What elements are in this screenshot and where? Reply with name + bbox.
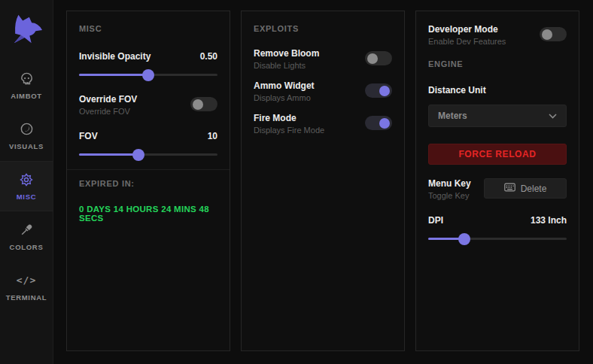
misc-section-header: MISC <box>79 24 217 33</box>
fov-row: FOV 10 <box>79 131 217 141</box>
exploits-panel: EXPLOITS Remove Bloom Disable Lights Amm… <box>241 11 405 351</box>
sidebar-item-aimbot[interactable]: AIMBOT <box>0 60 53 111</box>
toggle-knob <box>542 29 552 40</box>
eyedropper-icon <box>19 223 34 238</box>
invisible-opacity-slider[interactable] <box>79 74 217 76</box>
dpi-slider[interactable] <box>428 238 567 240</box>
fire-mode-label: Fire Mode <box>254 113 324 123</box>
main-content: MISC Invisible Opacity 0.50 Override FOV… <box>53 0 593 364</box>
developer-mode-sublabel: Enable Dev Features <box>428 37 506 46</box>
code-icon: </> <box>19 273 34 288</box>
fire-mode-row: Fire Mode Displays Fire Mode <box>254 113 392 135</box>
invisible-opacity-value: 0.50 <box>200 51 217 62</box>
gear-icon <box>19 172 34 187</box>
slider-fill <box>79 74 148 76</box>
override-fov-label: Override FOV <box>79 94 137 105</box>
ammo-widget-toggle[interactable] <box>365 83 392 98</box>
toggle-knob <box>193 99 203 110</box>
sidebar-item-label: VISUALS <box>9 142 44 150</box>
menu-key-row: Menu Key Toggle Key Delete <box>428 178 567 200</box>
sidebar-item-label: MISC <box>17 193 37 201</box>
expired-header: EXPIRED IN: <box>79 179 217 188</box>
fire-mode-toggle[interactable] <box>365 116 392 130</box>
moon-icon <box>19 122 34 137</box>
menu-key-label: Menu Key <box>428 178 471 189</box>
divider <box>67 169 230 170</box>
sidebar-item-label: COLORS <box>10 243 44 251</box>
fov-value: 10 <box>208 131 217 141</box>
slider-thumb[interactable] <box>458 233 470 245</box>
dpi-row: DPI 133 Inch <box>428 215 567 226</box>
remove-bloom-row: Remove Bloom Disable Lights <box>254 48 392 70</box>
sidebar-item-label: TERMINAL <box>6 293 47 302</box>
expired-countdown: 0 DAYS 14 HOURS 24 MINS 48 SECS <box>79 205 217 223</box>
dpi-label: DPI <box>428 215 443 226</box>
fire-mode-sublabel: Displays Fire Mode <box>254 126 324 135</box>
slider-thumb[interactable] <box>132 149 144 161</box>
distance-unit-selected: Meters <box>438 111 467 121</box>
sidebar-item-terminal[interactable]: </> TERMINAL <box>0 262 53 312</box>
remove-bloom-label: Remove Bloom <box>254 48 319 59</box>
misc-panel: MISC Invisible Opacity 0.50 Override FOV… <box>66 11 230 351</box>
developer-mode-label: Developer Mode <box>428 24 506 35</box>
wolf-logo <box>8 9 45 48</box>
sidebar-item-label: AIMBOT <box>11 92 42 100</box>
chevron-down-icon <box>549 111 557 121</box>
engine-section-header: ENGINE <box>428 59 567 68</box>
sidebar-item-colors[interactable]: COLORS <box>0 211 53 262</box>
toggle-knob <box>379 86 390 96</box>
override-fov-sublabel: Override FOV <box>79 107 137 116</box>
dpi-value: 133 Inch <box>531 215 567 226</box>
ammo-widget-row: Ammo Widget Displays Ammo <box>254 80 392 102</box>
menu-key-sublabel: Toggle Key <box>428 191 471 200</box>
menu-key-bind-label: Delete <box>521 184 547 194</box>
distance-unit-select[interactable]: Meters <box>428 105 567 127</box>
sidebar-item-misc[interactable]: MISC <box>0 161 53 211</box>
keyboard-icon <box>504 183 515 194</box>
exploits-section-header: EXPLOITS <box>254 24 392 33</box>
fov-slider[interactable] <box>79 153 217 156</box>
ammo-widget-sublabel: Displays Ammo <box>254 93 315 102</box>
slider-fill <box>79 153 138 156</box>
developer-mode-row: Developer Mode Enable Dev Features <box>428 24 567 46</box>
distance-unit-label: Distance Unit <box>428 85 567 96</box>
skull-icon <box>19 71 34 86</box>
developer-mode-toggle[interactable] <box>540 27 567 41</box>
ammo-widget-label: Ammo Widget <box>254 80 315 91</box>
override-fov-row: Override FOV Override FOV <box>79 94 217 116</box>
override-fov-toggle[interactable] <box>190 97 217 111</box>
invisible-opacity-row: Invisible Opacity 0.50 <box>79 51 217 62</box>
sidebar-item-visuals[interactable]: VISUALS <box>0 111 53 161</box>
menu-key-bind-button[interactable]: Delete <box>484 178 567 199</box>
sidebar: AIMBOT VISUALS MISC <box>0 0 53 364</box>
toggle-knob <box>379 118 390 129</box>
remove-bloom-toggle[interactable] <box>365 51 392 65</box>
toggle-knob <box>367 53 378 64</box>
fov-label: FOV <box>79 131 98 141</box>
sidebar-nav: AIMBOT VISUALS MISC <box>0 60 53 312</box>
invisible-opacity-label: Invisible Opacity <box>79 51 151 62</box>
force-reload-button[interactable]: FORCE RELOAD <box>428 144 567 165</box>
settings-panel: Developer Mode Enable Dev Features ENGIN… <box>415 11 579 351</box>
slider-thumb[interactable] <box>142 69 154 81</box>
remove-bloom-sublabel: Disable Lights <box>254 61 319 70</box>
